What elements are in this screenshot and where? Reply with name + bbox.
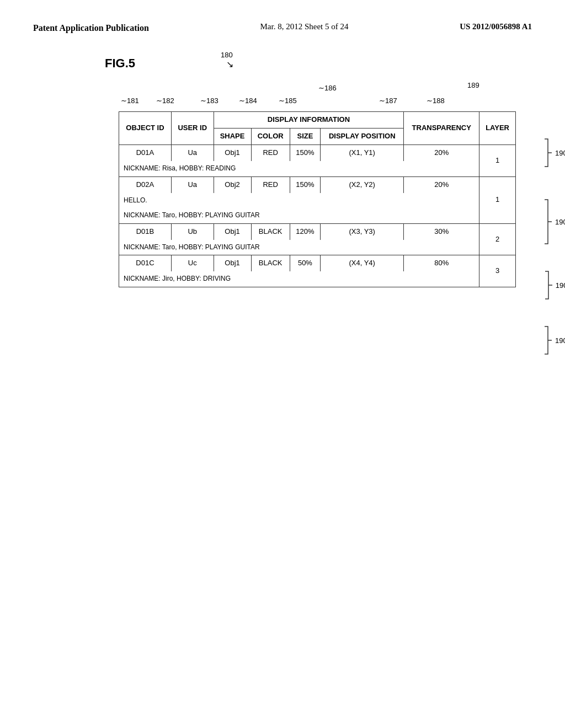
ref-label-189: 189 [467,81,479,89]
ref-label-184: ∼184 [239,97,257,105]
data-table: OBJECT ID USER ID DISPLAY INFORMATION TR… [119,111,516,287]
col-display-info: DISPLAY INFORMATION [214,112,404,129]
table-row-nickname: NICKNAME: Taro, HOBBY: PLAYING GUITAR [119,240,516,255]
col-color: COLOR [251,129,290,145]
table-row-hello: HELLO. [119,193,516,208]
table-row-nickname: NICKNAME: Taro, HOBBY: PLAYING GUITAR [119,208,516,223]
ref-190b: 190b [543,200,565,244]
page-header: Patent Application Publication Mar. 8, 2… [0,0,565,45]
col-size: SIZE [290,129,320,145]
table-row: D02A Ua Obj2 RED 150% (X2, Y2) 20% 1 [119,176,516,192]
col-shape: SHAPE [214,129,251,145]
ref-label-183: ∼183 [200,97,218,105]
ref-190d: 190d [543,326,565,354]
publication-number: US 2012/0056898 A1 [460,22,532,31]
table-row: D01A Ua Obj1 RED 150% (X1, Y1) 20% 1 [119,145,516,161]
col-transparency: TRANSPARENCY [404,112,479,145]
table-row-nickname: NICKNAME: Risa, HOBBY: READING [119,161,516,176]
publication-title: Patent Application Publication [33,22,149,34]
col-layer: LAYER [479,112,516,145]
ref-label-182: ∼182 [156,97,174,105]
publication-date-sheet: Mar. 8, 2012 Sheet 5 of 24 [260,22,348,31]
ref-label-188: ∼188 [427,97,445,105]
ref-label-181: ∼181 [121,97,139,105]
ref-190a: 190a [543,139,565,167]
col-object-id: OBJECT ID [119,112,172,145]
ref-label-185: ∼185 [279,97,297,105]
figure-label: FIG.5 [105,56,135,71]
table-wrapper: OBJECT ID USER ID DISPLAY INFORMATION TR… [119,111,516,287]
ref-190c: 190c [544,271,565,299]
table-row-nickname: NICKNAME: Jiro, HOBBY: DRIVING [119,271,516,287]
diagram-area: ∼181 ∼182 ∼183 ∼184 ∼185 ∼186 [119,81,516,287]
col-display-position: DISPLAY POSITION [321,129,404,145]
ref-label-187: ∼187 [379,97,397,105]
ref-180: 180 ↘ [221,51,233,69]
ref-label-186: ∼186 [318,84,337,92]
col-user-id: USER ID [171,112,214,145]
table-row: D01C Uc Obj1 BLACK 50% (X4, Y4) 80% 3 [119,255,516,271]
table-row: D01B Ub Obj1 BLACK 120% (X3, Y3) 30% 2 [119,223,516,239]
